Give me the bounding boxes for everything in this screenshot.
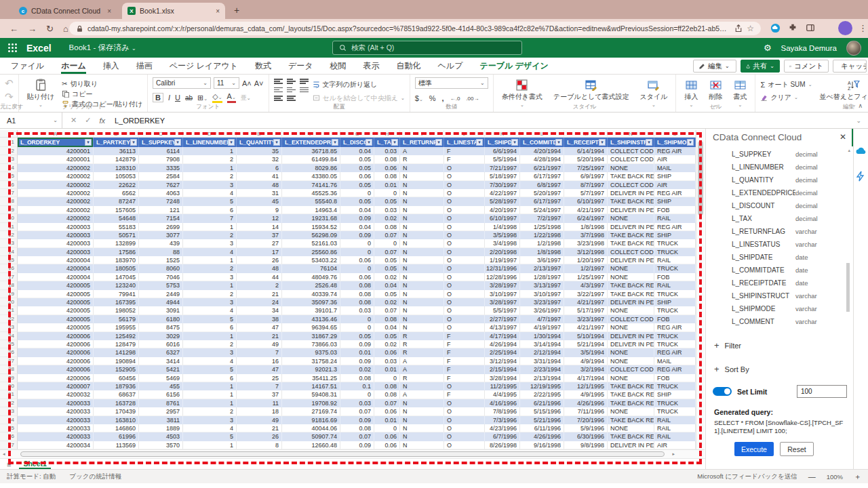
cell[interactable]: 1 [183, 223, 237, 231]
cell[interactable]: 183970 [94, 256, 139, 264]
cell[interactable]: 0 [374, 189, 400, 197]
cell[interactable]: N [400, 323, 444, 331]
cell[interactable]: 5/7/1997 [564, 189, 608, 197]
cell[interactable]: 7248 [139, 197, 183, 205]
cell[interactable]: 5421 [139, 365, 183, 373]
cell[interactable]: 61499.84 [282, 155, 340, 163]
cell[interactable]: 15934.52 [282, 223, 340, 231]
cancel-icon[interactable]: ✕ [71, 116, 77, 125]
address-bar[interactable]: cdata0-my.sharepoint.com/:x:/r/personal/… [69, 22, 761, 35]
cell[interactable]: 195955 [94, 323, 139, 331]
row-number[interactable]: 28 [0, 365, 18, 373]
cell[interactable]: 0.05 [340, 164, 374, 172]
cell[interactable]: 4200002 [18, 206, 94, 214]
cell[interactable]: O [444, 164, 485, 172]
cell[interactable]: 19708.92 [282, 399, 340, 407]
number-format-combo[interactable]: 標準⌄ [415, 77, 488, 89]
cell[interactable]: TAKE BACK RETURN [608, 416, 654, 424]
cell[interactable]: 105053 [94, 172, 139, 180]
settings-gear-icon[interactable]: ⚙ [764, 43, 772, 53]
cell[interactable]: 7/3/1996 [485, 416, 520, 424]
cell[interactable]: 142879 [94, 155, 139, 163]
cell[interactable]: 6016 [139, 340, 183, 348]
cell[interactable]: SHIP [654, 390, 696, 399]
cell[interactable]: 0.01 [374, 416, 400, 424]
cell[interactable]: 50907.74 [282, 432, 340, 441]
cell[interactable]: SHIP [654, 172, 696, 180]
horizontal-scroll-thumb[interactable] [20, 451, 665, 457]
cell[interactable]: O [444, 432, 485, 441]
column-header-l_linenumber[interactable]: L_LINENUMBER▾ [183, 138, 237, 147]
cell[interactable]: 16 [237, 357, 282, 365]
cell[interactable]: 2/20/1998 [485, 248, 520, 256]
cell[interactable]: 4200005 [18, 306, 94, 314]
cell[interactable]: 6/7/1996 [485, 432, 520, 441]
cell[interactable]: 4/26/1994 [485, 340, 520, 348]
cell[interactable]: 6180 [139, 315, 183, 323]
field-row-l_shipmode[interactable]: L_SHIPMODEvarchar [706, 302, 848, 315]
cell[interactable]: 2 [237, 281, 282, 289]
cell[interactable]: 4200006 [18, 332, 94, 340]
row-number[interactable]: 2 [0, 147, 18, 155]
column-letter[interactable]: M [564, 130, 608, 137]
cell[interactable]: N [400, 432, 444, 441]
cell[interactable]: DELIVER IN PERSON [608, 441, 654, 449]
cell[interactable]: N [400, 273, 444, 281]
cell[interactable]: 4200033 [18, 424, 94, 432]
cell[interactable]: 4 [183, 306, 237, 314]
autosum-button[interactable]: Σ オート SUM ⌄ [760, 80, 812, 89]
cell[interactable]: 5/20/1997 [520, 189, 564, 197]
cell[interactable]: 1/8/1998 [520, 248, 564, 256]
cell[interactable]: 0.07 [374, 306, 400, 314]
cell[interactable]: N [400, 197, 444, 205]
cell[interactable]: 4200005 [18, 315, 94, 323]
add-sort-button[interactable]: + Sort By [714, 364, 749, 374]
cell[interactable]: 1/25/1997 [564, 273, 608, 281]
align-middle-icon[interactable] [287, 79, 296, 84]
cell[interactable]: 0 [340, 264, 374, 272]
column-letter[interactable]: N [608, 130, 654, 137]
cell[interactable]: 3/31/1994 [520, 357, 564, 365]
cell[interactable]: REG AIR [654, 348, 696, 357]
cell[interactable]: 2 [183, 290, 237, 298]
cell[interactable]: 4200005 [18, 298, 94, 306]
cell[interactable]: REG AIR [654, 365, 696, 373]
align-center-icon[interactable] [287, 87, 296, 93]
cell[interactable]: 8475 [139, 323, 183, 331]
row-number[interactable]: 14 [0, 248, 18, 256]
increase-indent-icon[interactable] [287, 96, 296, 101]
scroll-down-icon[interactable]: ▾ [696, 443, 705, 448]
cell[interactable]: 8/7/1997 [564, 181, 608, 189]
cell[interactable]: TAKE BACK RETURN [608, 290, 654, 298]
cell[interactable]: N [400, 214, 444, 222]
column-header-l_shipmode[interactable]: L_SHIPMODE▾ [654, 138, 696, 147]
cell[interactable]: 3 [183, 239, 237, 247]
cell[interactable]: 0.01 [374, 181, 400, 189]
cell[interactable]: 4200033 [18, 399, 94, 407]
field-row-l_receiptdate[interactable]: L_RECEIPTDATEdate [706, 277, 848, 289]
search-input[interactable]: 検索 (Alt + Q) [332, 41, 522, 55]
cell[interactable]: 0 [340, 390, 374, 399]
cell[interactable]: 35 [237, 147, 282, 155]
cell[interactable]: 4200033 [18, 407, 94, 415]
cell[interactable]: 3/26/1997 [520, 306, 564, 314]
share-page-icon[interactable] [734, 24, 743, 33]
field-row-l_discount[interactable]: L_DISCOUNTdecimal [706, 199, 848, 212]
cell[interactable]: O [444, 264, 485, 272]
cell[interactable]: 6327 [139, 348, 183, 357]
shrink-font-icon[interactable]: A˅ [254, 79, 264, 87]
cell[interactable]: 3077 [139, 231, 183, 239]
cell[interactable]: 12660.48 [282, 441, 340, 449]
reload-icon[interactable]: ↻ [46, 24, 54, 34]
cell[interactable]: 6 [183, 323, 237, 331]
cell[interactable]: 187936 [94, 382, 139, 390]
underline-button[interactable]: U [175, 94, 180, 102]
cell[interactable]: 0.01 [374, 365, 400, 373]
column-letter[interactable]: L [520, 130, 564, 137]
comma-format-icon[interactable]: , [442, 94, 444, 102]
cell[interactable]: AIR [654, 155, 696, 163]
cell[interactable]: N [400, 399, 444, 407]
cell[interactable]: 4200006 [18, 357, 94, 365]
cell[interactable]: 3335 [139, 164, 183, 172]
cell[interactable]: 0.08 [374, 155, 400, 163]
